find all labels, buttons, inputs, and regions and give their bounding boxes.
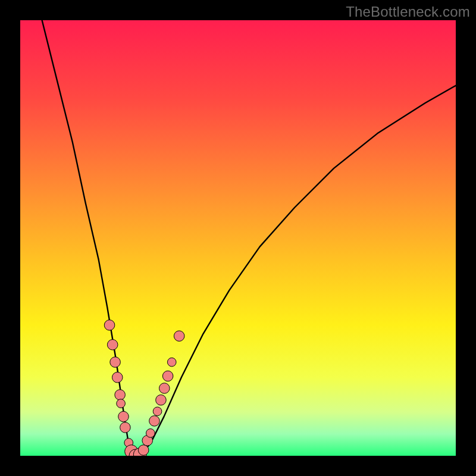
data-marker xyxy=(153,407,162,416)
data-marker xyxy=(162,371,173,381)
gradient-background xyxy=(20,20,456,456)
data-marker xyxy=(117,399,126,408)
data-marker xyxy=(104,320,115,331)
data-marker xyxy=(167,358,176,367)
data-marker xyxy=(118,411,129,422)
chart-svg xyxy=(20,20,456,456)
data-marker xyxy=(110,357,121,368)
plot-area xyxy=(20,20,456,456)
data-marker xyxy=(149,416,160,427)
data-marker xyxy=(138,445,149,456)
data-marker xyxy=(156,395,167,406)
chart-frame: TheBottleneck.com xyxy=(0,0,476,476)
data-marker xyxy=(159,383,170,394)
data-marker xyxy=(112,372,123,383)
data-marker xyxy=(174,331,184,342)
data-marker xyxy=(146,429,155,438)
data-marker xyxy=(107,340,118,350)
data-marker xyxy=(120,422,131,433)
watermark-text: TheBottleneck.com xyxy=(346,4,470,20)
data-marker xyxy=(115,390,126,400)
